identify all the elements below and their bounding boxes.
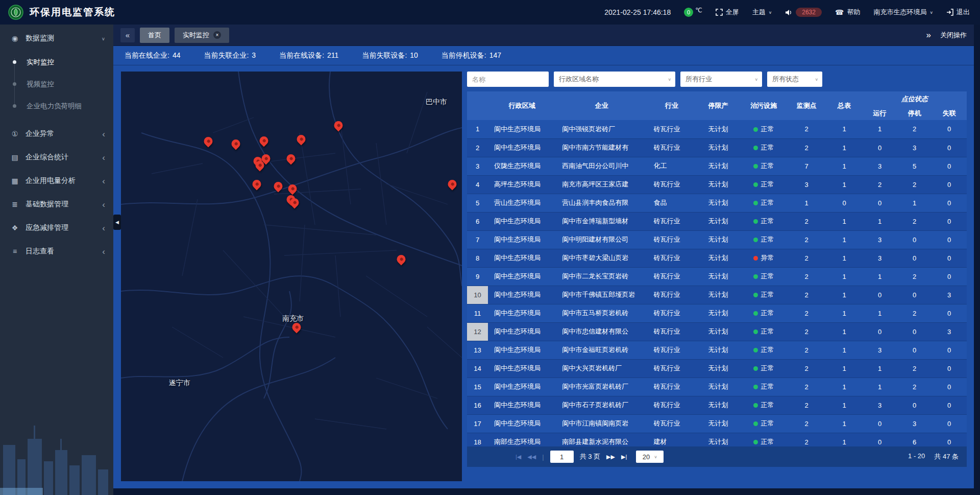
table-row-5[interactable]: 5营山生态环境局营山县润丰肉食品有限食品无计划正常10010 (467, 194, 967, 212)
temperature-widget: 0 ℃ (684, 8, 702, 17)
industry-filter-value: 所有行业 (685, 75, 712, 84)
table-row-1[interactable]: 1阆中生态环境局阆中强锐页岩砖厂砖瓦行业无计划正常21120 (467, 120, 967, 138)
sidebar-group-enterprise-abnormal[interactable]: ①企业异常‹ (0, 122, 113, 146)
map-pin[interactable] (286, 183, 299, 195)
sidebar-group-log-view[interactable]: ≡日志查看‹ (0, 240, 113, 263)
chevron-left-icon: ‹ (102, 224, 105, 232)
sidebar-group-basic-data-management[interactable]: ≣基础数据管理‹ (0, 193, 113, 216)
close-operations-button[interactable]: 关闭操作 (940, 31, 967, 40)
power-analysis-icon: ▦ (10, 177, 19, 185)
next-page-button[interactable]: ▶▶ (606, 454, 615, 460)
logout-button[interactable]: 退出 (946, 8, 970, 17)
chevron-down-icon: ∨ (654, 455, 657, 459)
cell-facility-status: 正常 (740, 414, 787, 433)
map-pin[interactable] (446, 178, 458, 191)
map-pin[interactable] (251, 178, 263, 191)
table-panel: 行政区域名称 ∨ 所有行业 ∨ 所有状态 ∨ (467, 72, 967, 467)
cell-facility-status: 异常 (740, 249, 787, 267)
cell-stop: 2 (897, 120, 932, 138)
header-production: 停限产 (696, 91, 740, 120)
cell-production-limit: 无计划 (696, 230, 740, 249)
table-row-2[interactable]: 2阆中生态环境局阆中市南方节能建材有砖瓦行业无计划正常21030 (467, 138, 967, 157)
map-city-label: 遂宁市 (169, 379, 190, 388)
sidebar-group-power-usage-analysis[interactable]: ▦企业用电量分析‹ (0, 169, 113, 193)
cell-total-meters: 1 (826, 175, 862, 194)
table-row-18[interactable]: 18南部生态环境局南部县建新水泥有限公建材无计划正常21060 (467, 433, 967, 446)
sidebar-item-power-load-detail[interactable]: 企业电力负荷明细 (0, 95, 113, 117)
table-row-4[interactable]: 4高坪生态环境局南充市高坪区王家店建砖瓦行业无计划正常31220 (467, 175, 967, 194)
page-size-select[interactable]: 20 ∨ (636, 451, 664, 463)
sidebar-group-emergency-reduction[interactable]: ❖应急减排管理‹ (0, 216, 113, 240)
cell-lost: 0 (932, 414, 967, 433)
tabs-scroll-right-button[interactable]: » (926, 28, 931, 42)
tab-realtime-monitor[interactable]: 实时监控× (175, 28, 229, 43)
table-row-12[interactable]: 12阆中生态环境局阆中市忠信建材有限公砖瓦行业无计划正常21003 (467, 322, 967, 341)
sidebar-item-realtime-monitor[interactable]: 实时监控 (0, 51, 113, 73)
table-row-17[interactable]: 17阆中生态环境局阆中市江南镇阆南页岩砖瓦行业无计划正常21030 (467, 414, 967, 433)
sidebar-group-data-monitoring[interactable]: ◉数据监测∨ (0, 27, 113, 50)
table-row-8[interactable]: 8阆中生态环境局阆中市枣碧大梁山页岩砖瓦行业无计划异常21300 (467, 249, 967, 267)
sidebar-item-video-monitor[interactable]: 视频监控 (0, 73, 113, 95)
cell-region: 阆中生态环境局 (488, 267, 556, 286)
first-page-button[interactable]: |◀ (516, 454, 521, 460)
cell-total-meters: 1 (826, 414, 862, 433)
tab-home[interactable]: 首页 (140, 28, 169, 43)
cell-monitor-points: 2 (787, 267, 826, 286)
cell-monitor-points: 2 (787, 414, 826, 433)
sidebar-group-enterprise-statistics[interactable]: ▤企业综合统计‹ (0, 146, 113, 169)
cell-total-meters: 1 (826, 267, 862, 286)
map-pin[interactable] (295, 133, 307, 146)
map-pin[interactable] (285, 152, 297, 164)
industry-filter-select[interactable]: 所有行业 ∨ (680, 72, 762, 87)
status-dot-icon (753, 274, 758, 279)
map-pin[interactable] (258, 134, 270, 147)
map-pin[interactable] (272, 180, 284, 192)
status-filter-select[interactable]: 所有状态 ∨ (767, 72, 822, 87)
cell-region: 高坪生态环境局 (488, 175, 556, 194)
cell-lost: 0 (932, 378, 967, 396)
table-row-15[interactable]: 15阆中生态环境局阆中市光富页岩机砖厂砖瓦行业无计划正常21120 (467, 378, 967, 396)
cell-monitor-points: 2 (787, 396, 826, 414)
org-dropdown[interactable]: 南充市生态环境局 ∨ (873, 8, 933, 17)
tab-label: 首页 (148, 31, 161, 40)
help-button[interactable]: ☎ 帮助 (835, 8, 860, 17)
theme-dropdown[interactable]: 主题 ∨ (752, 8, 772, 17)
region-filter-select[interactable]: 行政区域名称 ∨ (554, 72, 675, 87)
table-body: 1阆中生态环境局阆中强锐页岩砖厂砖瓦行业无计划正常211202阆中生态环境局阆中… (467, 120, 967, 446)
fullscreen-button[interactable]: 全屏 (716, 8, 739, 17)
cell-stop: 1 (897, 194, 932, 212)
cell-stop: 0 (897, 396, 932, 414)
map-pin[interactable] (202, 135, 214, 148)
table-row-14[interactable]: 14阆中生态环境局阆中大兴页岩机砖厂砖瓦行业无计划正常21120 (467, 359, 967, 378)
cell-facility-status: 正常 (740, 157, 787, 175)
cell-industry: 砖瓦行业 (647, 396, 696, 414)
map-pin[interactable] (395, 253, 407, 266)
tabs-scroll-left-button[interactable]: « (120, 28, 135, 42)
map-collapse-handle[interactable]: ◀ (113, 215, 121, 230)
table-row-9[interactable]: 9阆中生态环境局阆中市二龙长宝页岩砖砖瓦行业无计划正常21120 (467, 267, 967, 286)
last-page-button[interactable]: ▶| (621, 454, 627, 460)
table-row-16[interactable]: 16阆中生态环境局阆中市石子页岩机砖厂砖瓦行业无计划正常21300 (467, 396, 967, 414)
table-row-13[interactable]: 13阆中生态环境局阆中市金福旺页岩机砖砖瓦行业无计划正常21300 (467, 341, 967, 359)
alert-indicator[interactable]: 2632 (785, 8, 822, 17)
cell-monitor-points: 2 (787, 359, 826, 378)
cell-industry: 砖瓦行业 (647, 322, 696, 341)
map-pin[interactable] (230, 137, 242, 150)
table-row-6[interactable]: 6阆中生态环境局阆中市金博瑞新型墙材砖瓦行业无计划正常21120 (467, 212, 967, 230)
cell-company: 营山县润丰肉食品有限 (556, 194, 647, 212)
table-row-11[interactable]: 11阆中生态环境局阆中市五马桥页岩机砖砖瓦行业无计划正常21120 (467, 304, 967, 322)
cell-region: 营山生态环境局 (488, 194, 556, 212)
name-filter-input[interactable] (467, 72, 549, 87)
tabbar-right: » 关闭操作 (926, 28, 967, 42)
page-number-input[interactable] (550, 451, 574, 463)
table-row-7[interactable]: 7阆中生态环境局阆中明阳建材有限公司砖瓦行业无计划正常21300 (467, 230, 967, 249)
cell-industry: 砖瓦行业 (647, 286, 696, 304)
cell-index: 18 (467, 433, 488, 446)
cell-stop: 2 (897, 359, 932, 378)
prev-page-button[interactable]: ◀◀ (527, 454, 536, 460)
table-row-10[interactable]: 10阆中生态环境局阆中市千佛镇五郎垭页岩砖瓦行业无计划正常21003 (467, 286, 967, 304)
map-panel[interactable]: 巴中市南充市遂宁市 (121, 72, 462, 481)
tab-close-icon[interactable]: × (213, 31, 221, 39)
map-pin[interactable] (332, 119, 345, 131)
table-row-3[interactable]: 3仪陇生态环境局西南油气田分公司川中化工无计划正常71350 (467, 157, 967, 175)
